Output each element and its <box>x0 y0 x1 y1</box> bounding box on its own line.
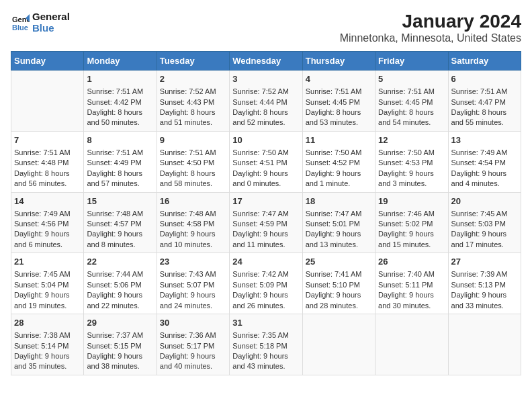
cell-content-line: Sunrise: 7:39 AM <box>451 269 518 279</box>
cell-content-line: Sunset: 4:53 PM <box>378 158 445 168</box>
cell-content-line: Sunset: 4:49 PM <box>87 158 153 168</box>
day-number: 2 <box>160 73 226 85</box>
day-number: 16 <box>160 195 226 208</box>
cell-content-line: and 55 minutes. <box>451 118 518 128</box>
cell-content-line: Daylight: 8 hours <box>160 169 226 179</box>
cell-content-line: Sunset: 4:51 PM <box>232 158 299 168</box>
cell-content-line: and 30 minutes. <box>378 301 445 311</box>
calendar-cell <box>302 314 375 375</box>
cell-content-line: Sunrise: 7:46 AM <box>378 209 445 219</box>
calendar-week-row: 28Sunrise: 7:38 AMSunset: 5:14 PMDayligh… <box>11 314 521 375</box>
cell-content-line: Daylight: 9 hours <box>14 351 81 361</box>
calendar-week-row: 14Sunrise: 7:49 AMSunset: 4:56 PMDayligh… <box>11 192 521 253</box>
calendar-cell: 9Sunrise: 7:51 AMSunset: 4:50 PMDaylight… <box>157 131 229 192</box>
day-number: 25 <box>306 256 372 268</box>
calendar-cell: 23Sunrise: 7:43 AMSunset: 5:07 PMDayligh… <box>157 253 229 314</box>
cell-content-line: Sunrise: 7:51 AM <box>378 87 445 97</box>
cell-content-line: and 58 minutes. <box>160 179 226 189</box>
day-number: 24 <box>232 256 299 268</box>
cell-content-line: and 6 minutes. <box>14 240 81 250</box>
calendar-cell: 27Sunrise: 7:39 AMSunset: 5:13 PMDayligh… <box>448 253 521 314</box>
title-block: January 2024 Minnetonka, Minnesota, Unit… <box>340 11 521 44</box>
cell-content-line: Sunrise: 7:45 AM <box>14 269 81 279</box>
cell-content-line: Sunset: 4:45 PM <box>378 97 445 107</box>
calendar-cell: 12Sunrise: 7:50 AMSunset: 4:53 PMDayligh… <box>375 131 448 192</box>
day-number: 7 <box>14 134 81 146</box>
cell-content-line: and 43 minutes. <box>232 361 299 371</box>
cell-content-line: Sunrise: 7:51 AM <box>14 148 81 158</box>
cell-content-line: and 19 minutes. <box>14 301 81 311</box>
day-number: 29 <box>87 317 153 329</box>
day-number: 3 <box>232 73 299 85</box>
cell-content-line: Sunset: 5:14 PM <box>14 341 81 351</box>
cell-content-line: Daylight: 8 hours <box>160 107 226 118</box>
calendar-subtitle: Minnetonka, Minnesota, United States <box>340 32 521 44</box>
cell-content-line: and 50 minutes. <box>87 118 153 128</box>
cell-content-line: and 51 minutes. <box>160 118 226 128</box>
cell-content-line: Daylight: 9 hours <box>232 169 299 179</box>
calendar-cell: 5Sunrise: 7:51 AMSunset: 4:45 PMDaylight… <box>375 71 448 132</box>
cell-content-line: and 57 minutes. <box>87 179 153 189</box>
cell-content-line: and 26 minutes. <box>232 301 299 311</box>
logo-text-general: General <box>32 11 70 22</box>
calendar-table: Sunday Monday Tuesday Wednesday Thursday… <box>11 51 521 375</box>
cell-content-line: Sunset: 5:11 PM <box>378 280 445 290</box>
calendar-cell: 29Sunrise: 7:37 AMSunset: 5:15 PMDayligh… <box>84 314 157 375</box>
cell-content-line: Sunset: 4:57 PM <box>87 219 153 229</box>
day-number: 5 <box>378 73 445 85</box>
cell-content-line: Daylight: 9 hours <box>87 351 153 361</box>
cell-content-line: Daylight: 9 hours <box>160 351 226 361</box>
cell-content-line: Daylight: 9 hours <box>378 229 445 239</box>
cell-content-line: Daylight: 9 hours <box>378 169 445 179</box>
cell-content-line: Daylight: 9 hours <box>306 169 372 179</box>
cell-content-line: Sunset: 4:59 PM <box>232 219 299 229</box>
cell-content-line: Daylight: 9 hours <box>160 229 226 239</box>
calendar-week-row: 21Sunrise: 7:45 AMSunset: 5:04 PMDayligh… <box>11 253 521 314</box>
cell-content-line: and 35 minutes. <box>14 361 81 371</box>
cell-content-line: Sunrise: 7:51 AM <box>87 87 153 97</box>
cell-content-line: and 33 minutes. <box>451 301 518 311</box>
cell-content-line: Sunset: 5:10 PM <box>306 280 372 290</box>
calendar-cell: 14Sunrise: 7:49 AMSunset: 4:56 PMDayligh… <box>11 192 84 253</box>
calendar-cell: 1Sunrise: 7:51 AMSunset: 4:42 PMDaylight… <box>84 71 157 132</box>
cell-content-line: Daylight: 9 hours <box>451 169 518 179</box>
cell-content-line: Sunset: 4:47 PM <box>451 97 518 107</box>
cell-content-line: Sunrise: 7:43 AM <box>160 269 226 279</box>
cell-content-line: Daylight: 9 hours <box>232 351 299 361</box>
calendar-cell: 10Sunrise: 7:50 AMSunset: 4:51 PMDayligh… <box>230 131 302 192</box>
cell-content-line: Sunset: 4:50 PM <box>160 158 226 168</box>
cell-content-line: and 53 minutes. <box>306 118 372 128</box>
calendar-cell <box>375 314 448 375</box>
cell-content-line: Daylight: 9 hours <box>87 229 153 239</box>
cell-content-line: Sunrise: 7:41 AM <box>306 269 372 279</box>
cell-content-line: Sunrise: 7:42 AM <box>232 269 299 279</box>
day-number: 14 <box>14 195 81 208</box>
cell-content-line: Sunrise: 7:50 AM <box>306 148 372 158</box>
cell-content-line: Sunset: 5:09 PM <box>232 280 299 290</box>
cell-content-line: Daylight: 9 hours <box>232 229 299 239</box>
cell-content-line: Daylight: 9 hours <box>306 229 372 239</box>
cell-content-line: and 52 minutes. <box>232 118 299 128</box>
cell-content-line: Sunset: 5:03 PM <box>451 219 518 229</box>
calendar-cell: 26Sunrise: 7:40 AMSunset: 5:11 PMDayligh… <box>375 253 448 314</box>
cell-content-line: Daylight: 8 hours <box>306 107 372 118</box>
calendar-cell: 13Sunrise: 7:49 AMSunset: 4:54 PMDayligh… <box>448 131 521 192</box>
cell-content-line: Daylight: 9 hours <box>87 290 153 300</box>
calendar-cell: 25Sunrise: 7:41 AMSunset: 5:10 PMDayligh… <box>302 253 375 314</box>
logo: General Blue General Blue <box>11 11 70 34</box>
cell-content-line: Sunset: 5:04 PM <box>14 280 81 290</box>
cell-content-line: and 4 minutes. <box>451 179 518 189</box>
day-number: 6 <box>451 73 518 85</box>
cell-content-line: and 1 minute. <box>306 179 372 189</box>
header-thursday: Thursday <box>302 52 375 71</box>
cell-content-line: Sunrise: 7:51 AM <box>160 148 226 158</box>
cell-content-line: and 40 minutes. <box>160 361 226 371</box>
cell-content-line: Sunset: 5:01 PM <box>306 219 372 229</box>
cell-content-line: Daylight: 9 hours <box>160 290 226 300</box>
cell-content-line: Daylight: 8 hours <box>87 169 153 179</box>
day-number: 15 <box>87 195 153 208</box>
day-number: 19 <box>378 195 445 208</box>
cell-content-line: Sunrise: 7:51 AM <box>306 87 372 97</box>
cell-content-line: Sunrise: 7:52 AM <box>160 87 226 97</box>
cell-content-line: Daylight: 9 hours <box>451 229 518 239</box>
